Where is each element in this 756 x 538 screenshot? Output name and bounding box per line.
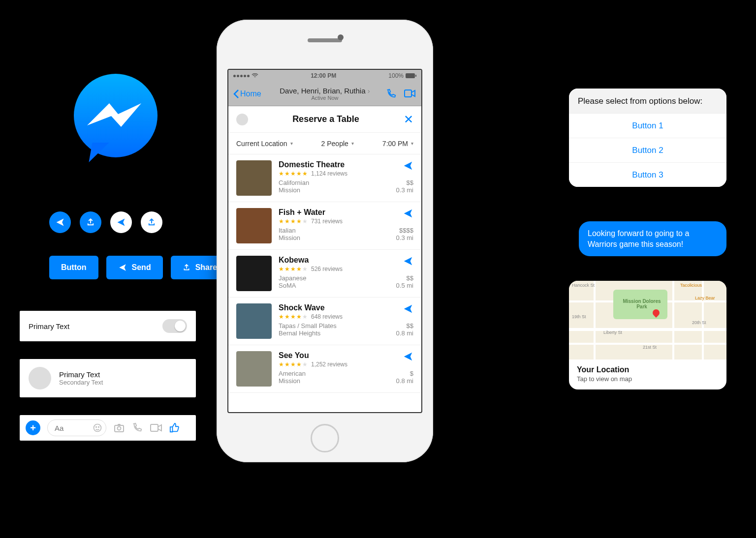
star-icon: ★★★★★ <box>279 218 308 225</box>
result-cuisine: Japanese <box>279 274 306 282</box>
toggle-switch[interactable] <box>162 319 187 333</box>
messenger-logo <box>74 74 158 157</box>
chat-title: Dave, Henri, Brian, Ruthia <box>280 87 365 95</box>
result-row[interactable]: Shock Wave★★★★★648 reviewsTapas / Small … <box>228 298 421 345</box>
chat-bubble: Looking forward to going to a Warriors g… <box>579 221 726 256</box>
button-label: Share <box>195 263 217 272</box>
plus-icon[interactable]: + <box>26 420 40 435</box>
map-label: 21st St <box>643 345 657 350</box>
result-name: Fish + Water <box>279 208 413 217</box>
back-button[interactable]: Home <box>233 90 261 98</box>
svg-rect-5 <box>151 424 158 431</box>
emoji-icon[interactable] <box>93 423 102 433</box>
message-composer: + <box>20 415 196 441</box>
result-thumb <box>236 351 272 387</box>
status-time: 12:00 PM <box>311 72 336 79</box>
result-cuisine: Tapas / Small Plates <box>279 322 337 329</box>
star-icon: ★★★★★ <box>279 361 308 368</box>
result-thumb <box>236 256 272 291</box>
map-label: 19th St <box>572 314 586 319</box>
result-cuisine: Californian <box>279 179 309 186</box>
wifi-icon <box>252 73 258 78</box>
map-label: 20th St <box>692 320 706 325</box>
result-row[interactable]: Fish + Water★★★★★731 reviewsItalian$$$$M… <box>228 202 421 250</box>
review-count: 731 reviews <box>311 218 343 225</box>
card-button[interactable]: Button 2 <box>569 138 726 162</box>
svg-point-1 <box>96 427 97 428</box>
result-row[interactable]: Domestic Theatre★★★★★1,124 reviewsCalifo… <box>228 154 421 202</box>
send-button[interactable]: Send <box>106 256 163 279</box>
review-count: 648 reviews <box>311 313 343 320</box>
review-count: 1,252 reviews <box>311 361 347 368</box>
result-price: $$ <box>407 274 413 282</box>
filter-people[interactable]: 2 People▾ <box>321 140 354 148</box>
close-icon[interactable]: ✕ <box>404 113 413 126</box>
send-icon[interactable] <box>403 160 413 171</box>
result-distance: 0.5 mi <box>396 282 413 289</box>
card-button[interactable]: Button 1 <box>569 113 726 138</box>
result-area: Mission <box>279 186 300 194</box>
send-icon[interactable] <box>403 256 413 267</box>
result-name: Domestic Theatre <box>279 160 413 169</box>
home-button[interactable] <box>311 424 339 452</box>
result-cuisine: American <box>279 370 306 377</box>
video-icon[interactable] <box>404 89 416 99</box>
result-area: Mission <box>279 234 300 241</box>
like-icon[interactable] <box>169 422 180 433</box>
result-thumb <box>236 160 272 196</box>
svg-point-4 <box>118 427 121 430</box>
location-card[interactable]: Hancock St Mission Dolores Park 19th St … <box>569 281 726 389</box>
result-price: $ <box>410 370 413 377</box>
result-price: $$ <box>407 179 413 186</box>
bolt-icon <box>85 103 147 138</box>
primary-text: Primary Text <box>29 322 69 330</box>
map-preview[interactable]: Hancock St Mission Dolores Park 19th St … <box>569 281 726 359</box>
result-area: Mission <box>279 377 300 385</box>
star-icon: ★★★★★ <box>279 170 308 177</box>
result-distance: 0.3 mi <box>396 234 413 241</box>
list-item-toggle[interactable]: Primary Text <box>20 311 196 341</box>
send-icon[interactable] <box>403 303 413 314</box>
card-button[interactable]: Button 3 <box>569 162 726 187</box>
chevron-down-icon: ▾ <box>351 141 354 146</box>
list-item-avatar[interactable]: Primary Text Secondary Text <box>20 359 196 397</box>
upload-icon-outline[interactable] <box>141 211 162 233</box>
send-icon[interactable] <box>403 208 413 219</box>
svg-point-2 <box>98 427 99 428</box>
result-area: Bernal Heights <box>279 329 320 337</box>
button-label: Send <box>132 263 151 272</box>
primary-text: Primary Text <box>59 370 103 379</box>
filter-time[interactable]: 7:00 PM▾ <box>382 140 413 148</box>
camera-icon[interactable] <box>113 422 125 434</box>
avatar <box>29 367 51 389</box>
filter-location[interactable]: Current Location▾ <box>236 140 293 148</box>
video-icon[interactable] <box>150 422 162 433</box>
chevron-down-icon: ▾ <box>411 141 413 146</box>
result-row[interactable]: See You★★★★★1,252 reviewsAmerican$Missio… <box>228 345 421 393</box>
chat-subtitle: Active Now <box>280 95 370 101</box>
result-row[interactable]: Kobewa★★★★★526 reviewsJapanese$$SoMA0.5 … <box>228 250 421 298</box>
location-subtitle: Tap to view on map <box>577 375 719 383</box>
chevron-down-icon: ▾ <box>290 141 293 146</box>
secondary-text: Secondary Text <box>59 379 103 386</box>
phone-icon[interactable] <box>386 89 397 99</box>
button-generic[interactable]: Button <box>49 256 98 279</box>
location-title: Your Location <box>577 365 719 374</box>
result-thumb <box>236 303 272 339</box>
map-label: Mission Dolores Park <box>622 299 662 309</box>
send-icon-outline[interactable] <box>110 211 132 233</box>
result-area: SoMA <box>279 282 296 289</box>
map-label: Liberty St <box>603 330 622 335</box>
result-price: $$$$ <box>399 227 413 234</box>
result-name: Kobewa <box>279 256 413 265</box>
phone-icon[interactable] <box>132 422 143 433</box>
svg-point-0 <box>94 424 101 432</box>
map-label: Tacolicious <box>680 283 702 288</box>
result-name: Shock Wave <box>279 303 413 312</box>
upload-icon-filled[interactable] <box>80 211 101 233</box>
send-icon[interactable] <box>403 351 413 362</box>
map-label: Lazy Bear <box>695 296 715 300</box>
result-thumb <box>236 208 272 243</box>
button-label: Button <box>61 263 87 272</box>
send-icon-filled[interactable] <box>49 211 71 233</box>
